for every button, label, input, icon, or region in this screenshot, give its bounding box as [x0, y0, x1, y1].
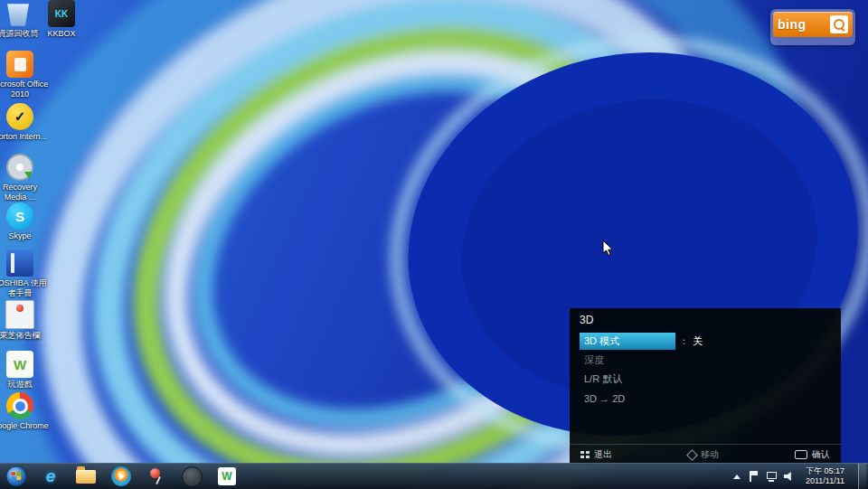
move-icon	[686, 449, 698, 461]
osd-title: 3D	[580, 314, 593, 326]
start-button[interactable]	[5, 465, 28, 488]
bing-logo: bing	[778, 17, 807, 32]
osd-item-label: 3D 模式	[580, 333, 675, 350]
recycle-bin-icon	[5, 0, 32, 27]
taskbar-pinned-items: e W	[37, 465, 241, 487]
action-center-flag-icon[interactable]	[748, 471, 759, 482]
show-hidden-icons-button[interactable]	[733, 475, 741, 479]
desktop-icon-google-chrome[interactable]: Google Chrome	[0, 392, 49, 431]
pushpin-icon	[146, 465, 167, 487]
clock-app-icon	[182, 466, 203, 487]
folder-icon	[76, 470, 96, 484]
desktop-icon-toshiba-bulletin[interactable]: 東芝佈告欄	[0, 300, 49, 341]
norton-icon: ✓	[6, 103, 33, 130]
osd-hint-label: 移动	[701, 448, 719, 461]
desktop-icon-label: Microsoft Office 2010	[0, 80, 49, 99]
taskbar: e W 下午 05:17 2011/	[0, 463, 868, 489]
icon-glyph: S	[15, 209, 24, 224]
taskbar-item-ie[interactable]: e	[37, 465, 64, 487]
games-icon: W	[6, 351, 33, 378]
desktop-icon-norton[interactable]: ✓ Norton Intern...	[0, 103, 49, 142]
desktop: 資源回收筒 KK KKBOX Microsoft Office 2010 ✓ N…	[0, 0, 868, 489]
desktop-icon-label: 東芝佈告欄	[0, 331, 49, 341]
osd-hint-move: 移动	[688, 448, 719, 461]
w-app-icon: W	[218, 467, 236, 485]
desktop-icon-label: 玩遊戲	[0, 380, 49, 390]
network-icon[interactable]	[766, 472, 777, 482]
taskbar-item-utility[interactable]	[178, 465, 205, 487]
osd-item-lr-default[interactable]: L/R 默认	[580, 371, 831, 388]
desktop-icon-recovery-media[interactable]: Recovery Media ...	[0, 154, 49, 202]
taskbar-item-media-player[interactable]	[108, 465, 135, 487]
system-tray: 下午 05:17 2011/11/11	[733, 464, 868, 489]
osd-item-separator: ：	[679, 334, 689, 348]
desktop-icon-label: Skype	[0, 231, 49, 241]
osd-item-value: 关	[693, 334, 703, 348]
osd-item-depth[interactable]: 深度	[580, 352, 831, 369]
desktop-icon-play-games[interactable]: W 玩遊戲	[0, 351, 49, 390]
tray-clock[interactable]: 下午 05:17 2011/11/11	[801, 466, 849, 486]
desktop-icon-toshiba-manual[interactable]: TOSHIBA 使用者手冊	[0, 249, 49, 298]
show-desktop-button[interactable]	[858, 464, 866, 489]
osd-hint-confirm: 确认	[795, 448, 830, 461]
kkbox-icon: KK	[48, 0, 75, 27]
osd-menu: 3D 模式 ： 关 深度 L/R 默认 3D → 2D	[580, 333, 831, 409]
taskbar-item-wildtangent[interactable]: W	[213, 465, 241, 487]
skype-icon: S	[6, 202, 33, 230]
icon-glyph: W	[14, 357, 26, 372]
osd-item-label: 3D → 2D	[580, 391, 675, 406]
taskbar-item-pinned-app[interactable]	[143, 465, 170, 487]
desktop-icon-label: Google Chrome	[0, 421, 49, 431]
speaker-icon[interactable]	[784, 472, 794, 482]
osd-panel: 3D 3D 模式 ： 关 深度 L/R 默认 3D → 2D 退出	[570, 308, 841, 465]
windows-logo-icon	[5, 465, 27, 487]
osd-hint-label: 确认	[812, 448, 830, 461]
taskbar-item-explorer[interactable]	[72, 465, 99, 487]
office-icon	[6, 51, 33, 78]
desktop-icon-label: Recovery Media ...	[0, 183, 49, 202]
desktop-icon-label: KKBOX	[33, 29, 90, 39]
bulletin-board-icon	[5, 300, 34, 329]
desktop-icon-label: TOSHIBA 使用者手冊	[0, 278, 49, 298]
desktop-icon-skype[interactable]: S Skype	[0, 202, 49, 241]
osd-item-3d-mode[interactable]: 3D 模式 ： 关	[580, 333, 831, 350]
osd-hint-exit: 退出	[580, 448, 612, 461]
osd-item-label: 深度	[580, 352, 675, 369]
desktop-icon-label: Norton Intern...	[0, 132, 49, 142]
manual-book-icon	[6, 249, 33, 277]
bing-search-box[interactable]: bing	[773, 12, 853, 37]
icon-glyph: KK	[55, 9, 68, 19]
clock-time: 下午 05:17	[806, 466, 844, 476]
desktop-icon-kkbox[interactable]: KK KKBOX	[33, 0, 90, 39]
osd-item-3d-to-2d[interactable]: 3D → 2D	[580, 390, 831, 407]
bing-search-gadget[interactable]: bing	[770, 9, 855, 45]
menu-grid-icon	[580, 451, 590, 458]
media-player-icon	[111, 466, 131, 486]
chrome-icon	[6, 392, 33, 419]
recovery-disc-icon	[6, 154, 33, 181]
clock-date: 2011/11/11	[806, 476, 844, 486]
osd-item-label: L/R 默认	[580, 371, 675, 388]
bing-search-button[interactable]	[830, 15, 848, 33]
check-glyph: ✓	[14, 108, 26, 125]
ok-icon	[795, 450, 807, 459]
search-icon	[834, 19, 844, 30]
desktop-icon-ms-office[interactable]: Microsoft Office 2010	[0, 51, 49, 99]
ie-icon: e	[46, 466, 56, 486]
osd-hint-label: 退出	[594, 448, 612, 461]
osd-footer: 退出 移动 确认	[570, 444, 841, 465]
